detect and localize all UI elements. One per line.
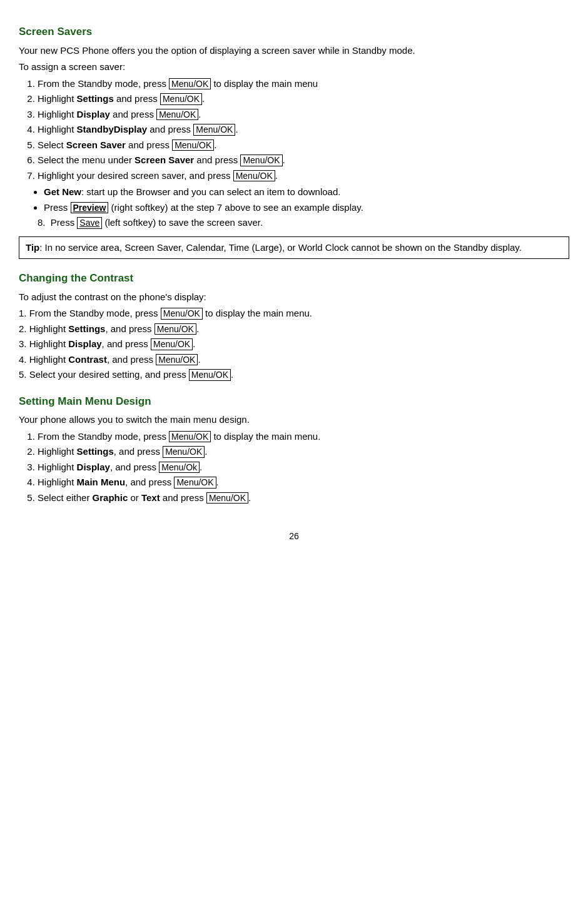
step-8: 8. Press Save (left softkey) to save the… <box>38 216 569 230</box>
contrast-menu-ok-3: Menu/OK <box>151 338 193 350</box>
menu-ok-key-1: Menu/OK <box>169 78 211 90</box>
screen-savers-intro: Your new PCS Phone offers you the option… <box>19 44 569 58</box>
contrast-menu-ok-4: Menu/OK <box>156 354 198 366</box>
tip-label: Tip <box>26 242 39 253</box>
main-menu-step-2: Highlight Settings, and press Menu/OK. <box>38 445 569 459</box>
main-menu-step-5: Select either Graphic or Text and press … <box>38 491 569 505</box>
menu-ok-key-7: Menu/OK <box>233 170 275 182</box>
main-menu-ok-4: Menu/OK <box>174 477 216 489</box>
step-7: Highlight your desired screen saver, and… <box>38 169 569 183</box>
screen-savers-section: Screen Savers Your new PCS Phone offers … <box>19 24 569 259</box>
setting-main-menu-heading: Setting Main Menu Design <box>19 393 569 410</box>
menu-ok-key-4: Menu/OK <box>193 124 235 136</box>
step-4: Highlight StandbyDisplay and press Menu/… <box>38 123 569 137</box>
menu-ok-key-3: Menu/OK <box>156 109 198 121</box>
main-menu-ok-2: Menu/OK <box>163 446 205 458</box>
setting-main-menu-intro: Your phone allows you to switch the main… <box>19 413 569 427</box>
bullet-2: Press Preview (right softkey) at the ste… <box>44 201 569 215</box>
changing-contrast-intro: To adjust the contrast on the phone's di… <box>19 290 569 305</box>
step-1: From the Standby mode, press Menu/OK to … <box>38 77 569 91</box>
menu-ok-key-6: Menu/OK <box>240 155 282 166</box>
preview-key: Preview <box>71 202 109 214</box>
contrast-step-1: 1. From the Standby mode, press Menu/OK … <box>19 307 569 321</box>
main-menu-ok-1: Menu/OK <box>169 431 211 443</box>
page-number: 26 <box>19 530 569 543</box>
tip-box: Tip: In no service area, Screen Saver, C… <box>19 236 569 260</box>
main-menu-ok-3: Menu/Ok <box>159 462 200 474</box>
contrast-menu-ok-5: Menu/OK <box>189 369 231 381</box>
screen-savers-bullets: Get New: start up the Browser and you ca… <box>44 185 569 215</box>
step-3: Highlight Display and press Menu/OK. <box>38 108 569 122</box>
contrast-steps: 1. From the Standby mode, press Menu/OK … <box>19 307 569 382</box>
save-key: Save <box>77 217 102 229</box>
contrast-step-2: 2. Highlight Settings, and press Menu/OK… <box>19 322 569 337</box>
contrast-step-3: 3. Highlight Display, and press Menu/OK. <box>19 337 569 352</box>
step-5: Select Screen Saver and press Menu/OK. <box>38 138 569 153</box>
setting-main-menu-section: Setting Main Menu Design Your phone allo… <box>19 393 569 505</box>
screen-savers-assign-label: To assign a screen saver: <box>19 60 569 74</box>
contrast-step-4: 4. Highlight Contrast, and press Menu/OK… <box>19 353 569 367</box>
menu-ok-key-5: Menu/OK <box>172 139 214 151</box>
contrast-menu-ok-2: Menu/OK <box>155 323 196 335</box>
step-2: Highlight Settings and press Menu/OK. <box>38 92 569 106</box>
menu-ok-key-2: Menu/OK <box>160 93 202 105</box>
main-menu-step-4: Highlight Main Menu, and press Menu/OK. <box>38 475 569 490</box>
screen-savers-heading: Screen Savers <box>19 24 569 40</box>
main-menu-step-3: Highlight Display, and press Menu/Ok. <box>38 460 569 475</box>
changing-contrast-section: Changing the Contrast To adjust the cont… <box>19 270 569 382</box>
screen-savers-steps: From the Standby mode, press Menu/OK to … <box>38 77 569 183</box>
contrast-step-5: 5. Select your desired setting, and pres… <box>19 368 569 382</box>
main-menu-step-1: From the Standby mode, press Menu/OK to … <box>38 430 569 444</box>
contrast-menu-ok-1: Menu/OK <box>161 308 203 320</box>
bullet-1: Get New: start up the Browser and you ca… <box>44 185 569 200</box>
step-6: Select the menu under Screen Saver and p… <box>38 153 569 168</box>
main-menu-ok-5: Menu/OK <box>206 492 248 504</box>
changing-contrast-heading: Changing the Contrast <box>19 270 569 286</box>
main-menu-steps: From the Standby mode, press Menu/OK to … <box>38 430 569 505</box>
